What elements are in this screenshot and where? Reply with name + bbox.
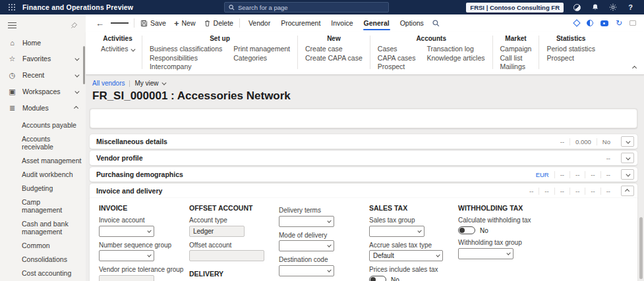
accrue-sales-tax-type-input[interactable] — [373, 252, 436, 259]
open-in-new-window-icon[interactable] — [629, 20, 636, 26]
number-sequence-group-combobox[interactable] — [99, 250, 154, 261]
section-invoice-and-delivery-header[interactable]: Invoice and delivery -- -- -- -- -- -- — [90, 184, 637, 198]
chevron-down-icon — [626, 155, 630, 159]
sidebar-item-home[interactable]: ⌂ Home — [0, 35, 86, 51]
tab-options[interactable]: Options — [395, 15, 429, 31]
chevron-down-icon — [327, 218, 331, 222]
copilot-chat-icon[interactable] — [600, 20, 608, 26]
prices-include-sales-tax-toggle[interactable] — [369, 276, 386, 281]
accrue-sales-tax-type-combobox[interactable] — [369, 250, 443, 261]
section-summary-value: -- — [585, 188, 600, 195]
destination-code-combobox[interactable] — [279, 265, 334, 276]
menu-item-cases[interactable]: Cases — [378, 45, 416, 54]
chevron-down-icon — [417, 228, 421, 232]
number-sequence-group-input[interactable] — [103, 252, 148, 259]
group-title-offset-account: OFFSET ACCOUNT — [189, 204, 279, 212]
module-item[interactable]: Common — [22, 239, 82, 253]
section-vendor-profile[interactable]: Vendor profile -- — [90, 151, 637, 165]
delete-button[interactable]: Delete — [200, 19, 237, 27]
new-button[interactable]: + New — [170, 18, 200, 28]
tab-vendor[interactable]: Vendor — [243, 15, 276, 31]
global-search-input[interactable]: Search for a page — [224, 2, 389, 13]
environment-badge[interactable]: FRSI | Contoso Consulting FR — [466, 3, 564, 13]
module-item[interactable]: Consolidations — [22, 253, 82, 267]
activities-menu-button[interactable]: Activities — [101, 45, 134, 54]
module-item[interactable]: Camp management — [22, 195, 82, 217]
app-title[interactable]: Finance and Operations Preview — [22, 3, 133, 11]
hamburger-menu-icon[interactable] — [8, 20, 16, 30]
contrast-icon[interactable] — [587, 20, 593, 26]
module-item[interactable]: Accounts receivable — [22, 132, 82, 154]
menu-item-period-statistics[interactable]: Period statistics — [546, 45, 595, 54]
destination-code-input[interactable] — [283, 267, 328, 274]
field-label: Prices include sales tax — [369, 266, 458, 273]
menu-item-capa-cases[interactable]: CAPA cases — [378, 54, 416, 63]
delete-icon — [204, 20, 211, 27]
sales-tax-group-input[interactable] — [373, 228, 418, 235]
tab-procurement[interactable]: Procurement — [276, 15, 326, 31]
module-item[interactable]: Budgeting — [22, 182, 82, 195]
invoice-account-input[interactable] — [103, 228, 148, 235]
collapse-section-button[interactable] — [621, 186, 634, 196]
list-icon[interactable] — [107, 21, 132, 24]
collapse-ribbon-button[interactable] — [633, 60, 637, 72]
menu-item-intercompany[interactable]: Intercompany — [150, 63, 222, 72]
refresh-icon[interactable]: ↻ — [616, 20, 622, 26]
pin-icon[interactable] — [71, 22, 78, 29]
module-item[interactable]: Asset management — [22, 154, 82, 168]
module-item[interactable]: Cost accounting — [22, 267, 82, 280]
menu-item-campaign[interactable]: Campaign — [500, 45, 532, 54]
menu-item-call-list[interactable]: Call list — [500, 54, 532, 63]
all-vendors-link[interactable]: All vendors — [92, 80, 125, 87]
expand-section-button[interactable] — [621, 136, 634, 147]
waffle-icon[interactable] — [9, 4, 15, 11]
expand-section-button[interactable] — [621, 153, 634, 163]
withholding-tax-group-input[interactable] — [462, 250, 507, 257]
section-purchasing-demographics[interactable]: Purchasing demographics EUR -- -- -- -- — [90, 167, 637, 182]
module-item[interactable]: Accounts payable — [22, 118, 82, 132]
expand-section-button[interactable] — [621, 169, 634, 180]
notifications-icon[interactable] — [591, 3, 599, 12]
menu-item-business-classifications[interactable]: Business classifications — [150, 45, 222, 54]
menu-item-responsibilities[interactable]: Responsibilities — [150, 54, 222, 63]
view-selector[interactable]: My view — [134, 80, 165, 87]
account-icon[interactable] — [573, 3, 581, 12]
tab-invoice[interactable]: Invoice — [326, 15, 358, 31]
sidebar-item-recent[interactable]: ◷ Recent — [0, 67, 86, 84]
menu-item-create-case[interactable]: Create case — [305, 45, 363, 54]
delivery-terms-combobox[interactable] — [279, 216, 334, 227]
mode-of-delivery-combobox[interactable] — [279, 240, 334, 251]
sidebar-scrollbar[interactable] — [83, 46, 85, 84]
menu-item-create-capa-case[interactable]: Create CAPA case — [305, 54, 363, 63]
back-button[interactable]: ← — [92, 18, 107, 28]
ribbon-group-title: Activities — [101, 35, 134, 42]
menu-item-categories[interactable]: Categories — [233, 54, 290, 63]
settings-gear-icon[interactable] — [608, 3, 617, 12]
tab-general[interactable]: General — [359, 15, 395, 31]
sidebar-item-modules[interactable]: ≣ Modules — [0, 100, 86, 116]
sidebar-item-workspaces[interactable]: ▣ Workspaces — [0, 84, 86, 100]
menu-item-knowledge-articles[interactable]: Knowledge articles — [426, 54, 484, 63]
section-miscellaneous-details[interactable]: Miscellaneous details -- 0.000 No — [90, 134, 637, 149]
help-icon[interactable]: ? — [626, 3, 635, 12]
invoice-account-combobox[interactable] — [99, 226, 154, 237]
find-icon[interactable] — [429, 20, 443, 27]
sales-tax-group-combobox[interactable] — [369, 226, 424, 237]
mode-of-delivery-input[interactable] — [283, 242, 328, 249]
diamond-icon[interactable] — [573, 19, 580, 26]
group-title-delivery: DELIVERY — [189, 270, 279, 278]
menu-item-prospect[interactable]: Prospect — [378, 63, 416, 72]
recent-icon: ◷ — [8, 71, 16, 80]
menu-item-print-management[interactable]: Print management — [233, 45, 290, 54]
menu-item-mailings[interactable]: Mailings — [500, 63, 532, 72]
main-scrollbar[interactable] — [639, 217, 643, 279]
module-item[interactable]: Cash and bank management — [22, 217, 82, 239]
menu-item-transaction-log[interactable]: Transaction log — [426, 45, 484, 54]
delivery-terms-input[interactable] — [283, 218, 328, 225]
menu-item-prospect-statistics[interactable]: Prospect — [546, 54, 595, 63]
sidebar-item-favorites[interactable]: ☆ Favorites — [0, 51, 86, 67]
save-button[interactable]: Save — [136, 19, 170, 27]
calculate-withholding-tax-toggle[interactable] — [458, 226, 475, 234]
module-item[interactable]: Audit workbench — [22, 168, 82, 182]
withholding-tax-group-combobox[interactable] — [458, 248, 513, 259]
